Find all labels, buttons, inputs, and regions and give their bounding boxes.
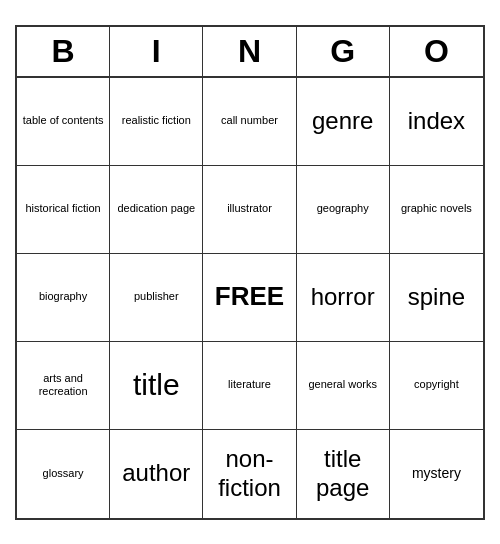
bingo-cell-22: non-fiction bbox=[203, 430, 296, 518]
cell-text-23: title page bbox=[301, 445, 385, 503]
cell-text-13: horror bbox=[311, 283, 375, 312]
bingo-cell-17: literature bbox=[203, 342, 296, 430]
cell-text-11: publisher bbox=[134, 290, 179, 303]
cell-text-2: call number bbox=[221, 114, 278, 127]
bingo-cell-16: title bbox=[110, 342, 203, 430]
bingo-cell-6: dedication page bbox=[110, 166, 203, 254]
bingo-grid: table of contentsrealistic fictioncall n… bbox=[17, 78, 483, 518]
bingo-cell-8: geography bbox=[297, 166, 390, 254]
bingo-cell-21: author bbox=[110, 430, 203, 518]
bingo-cell-14: spine bbox=[390, 254, 483, 342]
cell-text-16: title bbox=[133, 367, 180, 403]
cell-text-24: mystery bbox=[412, 465, 461, 482]
bingo-cell-18: general works bbox=[297, 342, 390, 430]
header-letter-O: O bbox=[390, 27, 483, 76]
cell-text-20: glossary bbox=[43, 467, 84, 480]
bingo-cell-15: arts and recreation bbox=[17, 342, 110, 430]
cell-text-7: illustrator bbox=[227, 202, 272, 215]
bingo-cell-19: copyright bbox=[390, 342, 483, 430]
bingo-cell-23: title page bbox=[297, 430, 390, 518]
cell-text-14: spine bbox=[408, 283, 465, 312]
bingo-cell-4: index bbox=[390, 78, 483, 166]
bingo-cell-1: realistic fiction bbox=[110, 78, 203, 166]
bingo-cell-9: graphic novels bbox=[390, 166, 483, 254]
cell-text-17: literature bbox=[228, 378, 271, 391]
header-letter-N: N bbox=[203, 27, 296, 76]
cell-text-12: FREE bbox=[215, 281, 284, 312]
cell-text-1: realistic fiction bbox=[122, 114, 191, 127]
header-letter-I: I bbox=[110, 27, 203, 76]
cell-text-10: biography bbox=[39, 290, 87, 303]
cell-text-6: dedication page bbox=[117, 202, 195, 215]
bingo-cell-3: genre bbox=[297, 78, 390, 166]
cell-text-5: historical fiction bbox=[25, 202, 100, 215]
bingo-cell-12: FREE bbox=[203, 254, 296, 342]
bingo-cell-10: biography bbox=[17, 254, 110, 342]
bingo-cell-13: horror bbox=[297, 254, 390, 342]
cell-text-0: table of contents bbox=[23, 114, 104, 127]
bingo-cell-20: glossary bbox=[17, 430, 110, 518]
bingo-cell-2: call number bbox=[203, 78, 296, 166]
cell-text-15: arts and recreation bbox=[21, 372, 105, 398]
header-letter-G: G bbox=[297, 27, 390, 76]
bingo-card: BINGO table of contentsrealistic fiction… bbox=[15, 25, 485, 520]
bingo-cell-0: table of contents bbox=[17, 78, 110, 166]
header-letter-B: B bbox=[17, 27, 110, 76]
bingo-header: BINGO bbox=[17, 27, 483, 78]
bingo-cell-24: mystery bbox=[390, 430, 483, 518]
bingo-cell-7: illustrator bbox=[203, 166, 296, 254]
cell-text-22: non-fiction bbox=[207, 445, 291, 503]
bingo-cell-5: historical fiction bbox=[17, 166, 110, 254]
bingo-cell-11: publisher bbox=[110, 254, 203, 342]
cell-text-8: geography bbox=[317, 202, 369, 215]
cell-text-19: copyright bbox=[414, 378, 459, 391]
cell-text-3: genre bbox=[312, 107, 373, 136]
cell-text-18: general works bbox=[308, 378, 376, 391]
cell-text-9: graphic novels bbox=[401, 202, 472, 215]
cell-text-21: author bbox=[122, 459, 190, 488]
cell-text-4: index bbox=[408, 107, 465, 136]
